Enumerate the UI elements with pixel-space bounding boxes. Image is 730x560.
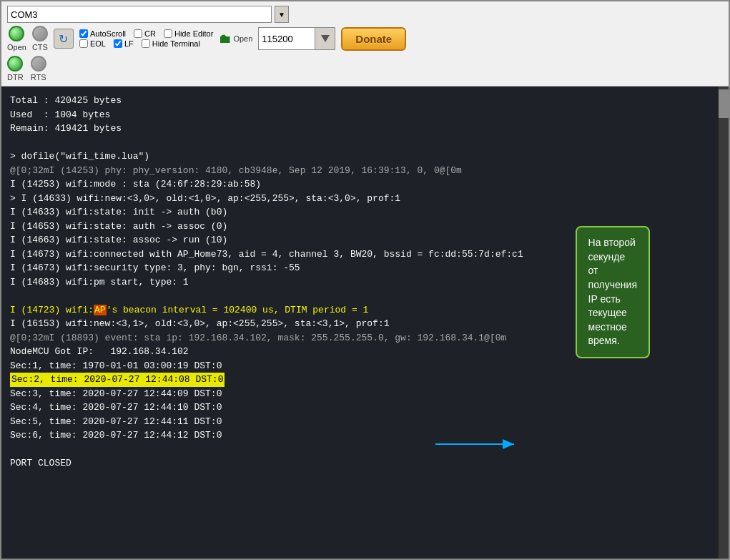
open-icon [9, 26, 24, 41]
line-25: Sec:6, time: 2020-07-27 12:44:12 DST:0 [10, 428, 710, 443]
hide-editor-checkbox[interactable] [164, 29, 172, 38]
line-9: I (14633) wifi:state: init -> auth (b0) [10, 205, 710, 220]
refresh-button[interactable]: ↻ [54, 29, 74, 49]
dtr-rts-row: DTR RTS [7, 56, 723, 82]
open-small-icon: 🖿 Open [219, 31, 252, 46]
line-21: Sec:2, time: 2020-07-27 12:44:08 DST:0 [10, 373, 710, 387]
hide-terminal-label: Hide Terminal [152, 39, 200, 48]
baud-rate-wrapper: 115200 [258, 27, 335, 50]
line-6: @[0;32mI (14253) phy: phy_version: 4180,… [10, 164, 710, 178]
rts-label: RTS [31, 73, 46, 82]
line-26 [10, 443, 710, 457]
line-5: > dofile("wifi_time.lua") [10, 149, 710, 164]
cts-icon [32, 26, 48, 41]
line-3: Remain: 419421 bytes [10, 122, 710, 136]
line-24: Sec:5, time: 2020-07-27 12:44:11 DST:0 [10, 415, 710, 429]
baud-rate-arrow[interactable] [315, 27, 335, 50]
open-label: Open [7, 43, 26, 51]
cr-label: CR [144, 29, 156, 38]
line-7: I (14253) wifi:mode : sta (24:6f:28:29:a… [10, 177, 710, 192]
line-20: Sec:1, time: 1970-01-01 03:00:19 DST:0 [10, 359, 710, 373]
rts-button[interactable]: RTS [31, 56, 46, 82]
hide-editor-label: Hide Editor [174, 29, 213, 38]
eol-row: EOL LF Hide Terminal [79, 39, 213, 48]
line-2: Used : 1004 bytes [10, 108, 710, 122]
toolbar: COM3 ▼ Open CTS ↻ [1, 1, 729, 87]
scrollbar-thumb[interactable] [719, 89, 729, 118]
annotation-text: На второй секунде от получения IP есть т… [588, 237, 637, 346]
cts-button[interactable]: CTS [32, 26, 48, 51]
annotation-arrow-svg [435, 437, 521, 451]
line-8: > I (14633) wifi:new:<3,0>, old:<1,0>, a… [10, 192, 710, 206]
toolbar-row2: Open CTS ↻ AutoScroll CR Hide Editor [7, 26, 723, 51]
autoscroll-row: AutoScroll CR Hide Editor [79, 29, 213, 38]
line-4 [10, 136, 710, 150]
scrollbar[interactable] [719, 87, 729, 559]
refresh-icon: ↻ [59, 32, 68, 46]
cts-label: CTS [32, 43, 48, 51]
checkboxes-group: AutoScroll CR Hide Editor EOL LF Hide Te… [79, 29, 213, 48]
com-select-wrapper: COM3 ▼ [7, 6, 289, 23]
rts-icon [31, 56, 46, 72]
annotation-bubble: На второй секунде от получения IP есть т… [576, 226, 650, 358]
autoscroll-label: AutoScroll [90, 29, 126, 38]
baud-arrow-icon [321, 35, 330, 42]
lf-label: LF [124, 39, 134, 48]
baud-rate-select[interactable]: 115200 [258, 27, 315, 50]
terminal-area: Total : 420425 bytes Used : 1004 bytes R… [1, 87, 729, 559]
eol-label: EOL [90, 39, 106, 48]
dtr-icon [7, 56, 23, 72]
main-window: COM3 ▼ Open CTS ↻ [0, 0, 730, 560]
toolbar-row1: COM3 ▼ [7, 6, 723, 23]
line-23: Sec:4, time: 2020-07-27 12:44:10 DST:0 [10, 401, 710, 415]
hide-terminal-checkbox[interactable] [142, 39, 150, 48]
com-port-arrow[interactable]: ▼ [275, 6, 289, 23]
line-1: Total : 420425 bytes [10, 94, 710, 108]
line-22: Sec:3, time: 2020-07-27 12:44:09 DST:0 [10, 387, 710, 401]
open-small-button[interactable]: 🖿 Open [219, 31, 252, 46]
dtr-button[interactable]: DTR [7, 56, 24, 82]
autoscroll-checkbox[interactable] [79, 29, 88, 38]
lf-checkbox[interactable] [114, 39, 122, 48]
dtr-label: DTR [7, 73, 24, 82]
cr-checkbox[interactable] [134, 29, 142, 38]
com-port-select[interactable]: COM3 [7, 6, 272, 23]
eol-checkbox[interactable] [79, 39, 88, 48]
donate-button[interactable]: Donate [341, 27, 406, 51]
line-27: PORT CLOSED [10, 456, 710, 471]
open-button[interactable]: Open [7, 26, 26, 51]
